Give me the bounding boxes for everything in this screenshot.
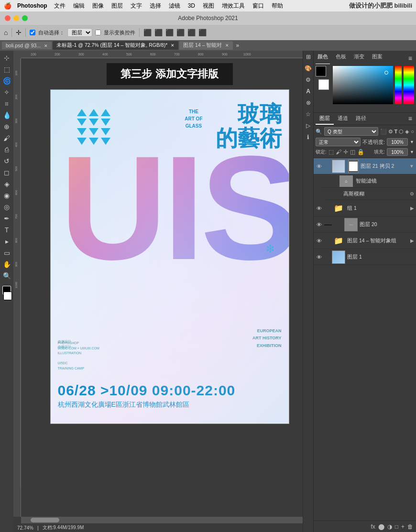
background-color[interactable]: [3, 292, 12, 300]
lock-image-icon[interactable]: 🖌: [336, 149, 341, 155]
menu-window[interactable]: 窗口: [250, 2, 267, 10]
close-button[interactable]: [5, 15, 11, 21]
zoom-tool[interactable]: 🔍: [1, 271, 12, 281]
tab-channels[interactable]: 通道: [334, 113, 352, 125]
filter-toggle[interactable]: ○: [411, 129, 414, 134]
crop-tool[interactable]: ⌗: [1, 98, 12, 109]
stamp-tool[interactable]: ⎙: [1, 144, 12, 155]
align-center-icon[interactable]: ⬛: [154, 29, 163, 36]
lock-position-icon[interactable]: ✛: [343, 149, 348, 155]
menu-image[interactable]: 图像: [89, 2, 107, 10]
tab-untitled[interactable]: 未标题-1 @ 72.7% (图层 14 – 智能对象, RGB/8)* ✕: [53, 41, 178, 50]
gradient-tool[interactable]: ◈: [1, 179, 12, 189]
adjustment-button[interactable]: ◑: [387, 523, 392, 530]
layers-panel-menu[interactable]: ≡: [406, 113, 414, 125]
foreground-swatch[interactable]: [316, 66, 326, 76]
fill-arrow[interactable]: ▼: [410, 150, 414, 154]
delete-layer-button[interactable]: 🗑: [407, 523, 413, 530]
selection-tool[interactable]: ⬚: [1, 64, 12, 75]
filter-smart-icon[interactable]: ◈: [405, 129, 409, 135]
history-tool[interactable]: ↺: [1, 156, 12, 166]
align-right-icon[interactable]: ⬛: [165, 29, 174, 36]
menu-edit[interactable]: 编辑: [70, 2, 88, 10]
layer-vis-group1[interactable]: 👁: [316, 205, 322, 212]
add-mask-button[interactable]: ⬤: [378, 523, 384, 530]
align-left-icon[interactable]: ⬛: [143, 29, 152, 36]
home-icon[interactable]: ⌂: [4, 29, 8, 36]
layer-expand-14smart[interactable]: ▶: [410, 238, 414, 243]
lock-transparent-icon[interactable]: ⬚: [328, 149, 334, 155]
group-button[interactable]: □: [395, 523, 398, 530]
secondary-hue[interactable]: [404, 66, 414, 104]
tab-layer14[interactable]: 图层 14 – 智能对 ✕: [179, 41, 233, 50]
layer-expand-21copy2[interactable]: ▼: [409, 163, 414, 169]
blend-mode-select[interactable]: 正常: [316, 138, 361, 146]
layer-item-group1[interactable]: 👁 📁 组 1 ▶: [314, 200, 416, 217]
filter-adjust-icon[interactable]: ⚙: [388, 129, 393, 135]
minimize-button[interactable]: [13, 15, 19, 21]
eraser-tool[interactable]: ◻: [1, 167, 12, 178]
move-tool[interactable]: ⊹: [1, 53, 12, 63]
maximize-button[interactable]: [22, 15, 28, 21]
transform-checkbox[interactable]: [95, 30, 101, 35]
lasso-tool[interactable]: 🌀: [1, 76, 12, 86]
info-panel-icon[interactable]: ℹ: [307, 134, 309, 141]
layer-vis-14smart[interactable]: 👁: [316, 238, 322, 244]
scrollbar-thumb[interactable]: [31, 518, 59, 522]
tab-more-button[interactable]: »: [236, 42, 239, 49]
opacity-arrow[interactable]: ▼: [410, 140, 414, 144]
blur-tool[interactable]: ◉: [1, 190, 12, 201]
align-top-icon[interactable]: ⬛: [176, 29, 185, 36]
menu-file[interactable]: 文件: [51, 2, 68, 10]
filter-text-icon[interactable]: T: [394, 129, 398, 135]
healing-tool[interactable]: ⊕: [1, 121, 12, 132]
layer-item-1[interactable]: 👁 图层 1: [314, 249, 416, 265]
pen-tool[interactable]: ✒: [1, 213, 12, 224]
menu-view[interactable]: 视图: [200, 2, 217, 10]
tab-layers[interactable]: 图层: [316, 113, 334, 125]
tab-close-untitled[interactable]: ✕: [171, 43, 175, 48]
properties-icon[interactable]: ⊞: [306, 54, 311, 60]
type-icon[interactable]: A: [306, 88, 310, 95]
hue-bar[interactable]: [395, 66, 402, 104]
menu-layer[interactable]: 图层: [109, 2, 126, 10]
new-layer-button[interactable]: +: [401, 523, 405, 530]
text-tool[interactable]: T: [1, 225, 12, 235]
filter-pixel-icon[interactable]: ⬛: [380, 129, 387, 135]
tab-boli[interactable]: boli.psd @ 93... ✕: [2, 42, 52, 49]
menu-help[interactable]: 帮助: [269, 2, 286, 10]
move-tool-icon[interactable]: ✛: [16, 29, 22, 36]
tab-swatches[interactable]: 色板: [334, 53, 348, 64]
brush-tool[interactable]: 🖌: [1, 133, 12, 143]
dodge-tool[interactable]: ◎: [1, 202, 12, 212]
path-select-tool[interactable]: ▸: [1, 236, 12, 247]
tab-color[interactable]: 颜色: [316, 53, 330, 64]
lock-all-icon[interactable]: 🔒: [357, 149, 364, 155]
actions-icon[interactable]: ▷: [306, 122, 310, 129]
eyedropper-tool[interactable]: 💧: [1, 110, 12, 120]
opacity-value[interactable]: 100%: [387, 138, 408, 146]
layer-item-21copy2[interactable]: 👁 图层 21 拷贝 2 ▼: [314, 158, 416, 174]
history-panel-icon[interactable]: ☆: [306, 111, 311, 118]
tab-gradients[interactable]: 渐变: [352, 53, 366, 64]
fill-value[interactable]: 100%: [387, 148, 408, 156]
filter-shape-icon[interactable]: ⬡: [399, 129, 404, 135]
menu-select[interactable]: 选择: [147, 2, 164, 10]
fx-button[interactable]: fx: [371, 523, 375, 530]
apple-menu[interactable]: 🍎: [4, 2, 11, 10]
layer-vis-20[interactable]: 👁: [316, 221, 322, 228]
menu-plugins[interactable]: 增效工具: [219, 2, 248, 10]
brush-panel-icon[interactable]: ⊗: [306, 99, 311, 106]
shape-tool[interactable]: ▭: [1, 248, 12, 258]
color-panel-menu[interactable]: ≡: [406, 53, 414, 64]
hand-tool[interactable]: ✋: [1, 259, 12, 270]
tab-patterns[interactable]: 图案: [370, 53, 384, 64]
tab-close-layer14[interactable]: ✕: [225, 43, 229, 48]
color-panel-icon[interactable]: 🎨: [305, 65, 312, 72]
layer-expand-group1[interactable]: ▶: [410, 206, 414, 211]
align-middle-icon[interactable]: ⬛: [187, 29, 196, 36]
layer-vis-1[interactable]: 👁: [316, 254, 322, 261]
layer-vis-21copy2[interactable]: 👁: [316, 163, 322, 170]
layer-select[interactable]: 图层: [67, 28, 92, 37]
menu-text[interactable]: 文字: [128, 2, 145, 10]
